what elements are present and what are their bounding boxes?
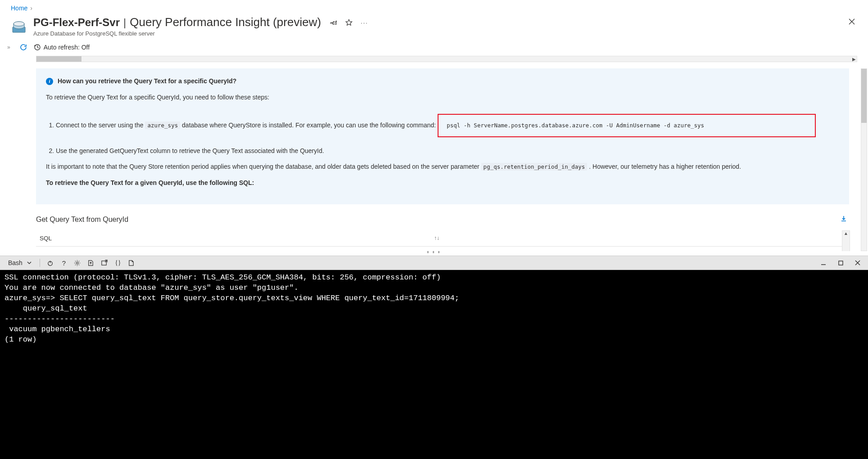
horizontal-scrollbar[interactable]: ▶ bbox=[36, 56, 857, 62]
page-header: PG-Flex-Perf-Svr | Query Performance Ins… bbox=[0, 14, 868, 41]
callout-sql-prompt: To retrieve the Query Text for a given Q… bbox=[46, 178, 839, 188]
minimize-icon[interactable] bbox=[818, 257, 829, 269]
breadcrumb-home-link[interactable]: Home bbox=[11, 4, 27, 12]
cloud-shell-terminal[interactable]: SSL connection (protocol: TLSv1.3, ciphe… bbox=[0, 270, 868, 459]
svg-point-5 bbox=[77, 262, 79, 264]
pin-icon[interactable] bbox=[330, 19, 337, 26]
pane-resize-grip[interactable]: ● ● ●● ● ● bbox=[0, 251, 868, 256]
auto-refresh-toggle[interactable]: Auto refresh: Off bbox=[34, 44, 90, 51]
callout-intro: To retrieve the Query Text for a specifi… bbox=[46, 93, 839, 103]
page-title: Query Performance Insight (preview) bbox=[130, 15, 321, 29]
cloud-shell-toolbar: Bash ? {} bbox=[0, 256, 868, 270]
query-text-table: SQL↑↓ SELECT query_sql_text FROM query_s… bbox=[36, 230, 849, 251]
command-bar: » Auto refresh: Off bbox=[0, 41, 868, 56]
info-icon: i bbox=[46, 78, 53, 85]
upload-file-icon[interactable] bbox=[85, 257, 97, 269]
content-vertical-scrollbar[interactable] bbox=[860, 68, 868, 251]
table-row[interactable]: SELECT query_sql_text FROM query_store.q… bbox=[36, 246, 849, 251]
info-callout: i How can you retrieve the Query Text fo… bbox=[36, 68, 849, 204]
main-content: i How can you retrieve the Query Text fo… bbox=[0, 68, 860, 251]
shell-selector[interactable]: Bash bbox=[5, 259, 35, 266]
section-title: Get Query Text from QueryId bbox=[36, 216, 128, 224]
help-icon[interactable]: ? bbox=[58, 257, 70, 269]
settings-gear-icon[interactable] bbox=[72, 257, 83, 269]
callout-title: How can you retrieve the Query Text for … bbox=[58, 76, 236, 86]
svg-rect-7 bbox=[839, 261, 843, 265]
open-editor-icon[interactable] bbox=[126, 257, 137, 269]
chevron-right-icon: › bbox=[30, 4, 32, 12]
maximize-icon[interactable] bbox=[835, 257, 846, 269]
resource-type-subtitle: Azure Database for PostgreSQL flexible s… bbox=[33, 30, 368, 37]
new-session-icon[interactable] bbox=[99, 257, 110, 269]
refresh-button[interactable] bbox=[19, 43, 27, 51]
breadcrumb: Home › bbox=[0, 0, 868, 14]
star-icon[interactable] bbox=[345, 19, 353, 26]
resource-name: PG-Flex-Perf-Svr bbox=[33, 16, 120, 29]
close-blade-icon[interactable] bbox=[848, 18, 855, 25]
psql-command-box: psql -h ServerName.postgres.database.azu… bbox=[438, 114, 816, 137]
braces-icon[interactable]: {} bbox=[112, 257, 124, 269]
auto-refresh-label: Auto refresh: Off bbox=[44, 44, 90, 51]
postgresql-resource-icon bbox=[11, 18, 27, 34]
collapse-menu-icon[interactable]: » bbox=[7, 44, 10, 50]
table-vertical-scrollbar[interactable]: ▲ bbox=[842, 230, 850, 251]
title-separator: | bbox=[121, 16, 129, 29]
callout-note: It is important to note that the Query S… bbox=[46, 162, 839, 172]
column-header-sql[interactable]: SQL↑↓ bbox=[36, 230, 849, 247]
callout-step-1: Connect to the server using the azure_sy… bbox=[56, 108, 839, 140]
inline-code-retention: pg_qs.retention_period_in_days bbox=[481, 163, 588, 171]
sort-icon: ↑↓ bbox=[434, 235, 439, 241]
callout-step-2: Use the generated GetQueryText column to… bbox=[56, 146, 839, 156]
svg-point-2 bbox=[14, 22, 24, 26]
inline-code-azure-sys: azure_sys bbox=[145, 122, 180, 129]
download-icon[interactable] bbox=[840, 215, 847, 224]
more-icon[interactable]: ··· bbox=[361, 19, 368, 26]
close-shell-icon[interactable] bbox=[852, 257, 863, 269]
sql-cell: SELECT query_sql_text FROM query_store.q… bbox=[36, 246, 849, 251]
power-icon[interactable] bbox=[45, 257, 56, 269]
